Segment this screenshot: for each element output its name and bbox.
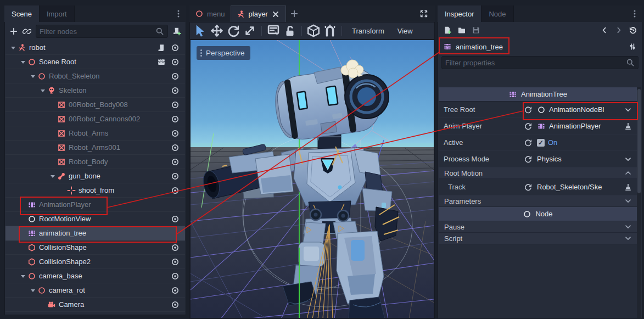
expand-arrow-icon[interactable] (48, 172, 57, 181)
tree-node-robot-arms001[interactable]: Robot_Arms001 (5, 141, 185, 155)
revert-icon[interactable] (524, 183, 533, 192)
visibility-eye-icon[interactable] (171, 72, 180, 81)
tree-node-skeleton[interactable]: Skeleton (5, 83, 185, 98)
tree-node-00robot-cannons002[interactable]: 00Robot_Cannons002 (5, 112, 185, 126)
visibility-eye-icon[interactable] (171, 115, 180, 124)
tree-node-camera-base[interactable]: camera_base (5, 269, 185, 283)
history-icon[interactable] (629, 26, 637, 35)
section-parameters[interactable]: Parameters (439, 195, 637, 207)
property-value[interactable]: Robot_Skeleton/Ske (537, 183, 632, 191)
expand-icon[interactable] (624, 197, 632, 205)
category-animationtree[interactable]: AnimationTree (439, 87, 637, 102)
tool-group-button[interactable] (306, 24, 321, 37)
inspector-scrollbar[interactable] (637, 87, 641, 318)
dock-menu-icon[interactable] (173, 5, 184, 22)
tool-select-button[interactable] (193, 24, 208, 37)
section-script[interactable]: Script (439, 233, 637, 244)
expand-arrow-icon[interactable] (19, 58, 27, 66)
visibility-eye-icon[interactable] (171, 172, 180, 181)
tree-node-robot-arms[interactable]: Robot_Arms (5, 126, 185, 141)
edit-value-icon[interactable] (624, 183, 632, 192)
close-icon[interactable] (271, 10, 280, 19)
section-pause[interactable]: Pause (439, 221, 637, 233)
new-resource-button[interactable] (443, 26, 452, 35)
scene-tab-menu[interactable]: menu (189, 5, 231, 22)
tool-scale-button[interactable] (243, 24, 257, 37)
tree-node-camera[interactable]: Camera (5, 298, 185, 312)
new-scene-tab-button[interactable] (286, 5, 303, 22)
section-root-motion[interactable]: Root Motion (439, 167, 637, 179)
checkbox[interactable]: ✓ (537, 139, 545, 147)
attach-script-button[interactable] (172, 27, 181, 36)
visibility-eye-icon[interactable] (171, 58, 180, 66)
property-value[interactable]: ✓On (537, 138, 632, 147)
expand-arrow-icon[interactable] (38, 86, 47, 95)
tab-import[interactable]: Import (40, 5, 75, 22)
tool-snap-button[interactable] (323, 24, 337, 37)
tool-list-select-button[interactable] (266, 24, 281, 37)
visibility-eye-icon[interactable] (171, 300, 180, 309)
tree-node-scene-root[interactable]: Scene Root (5, 55, 185, 69)
revert-icon[interactable] (524, 122, 533, 131)
visibility-eye-icon[interactable] (171, 100, 180, 109)
tab-node[interactable]: Node (481, 5, 513, 22)
visibility-eye-icon[interactable] (171, 129, 180, 138)
dock-menu-icon[interactable] (629, 5, 640, 22)
scene-tab-player[interactable]: player (231, 5, 286, 22)
menu-view[interactable]: View (392, 27, 418, 35)
revert-icon[interactable] (524, 138, 533, 147)
tree-node-robot-skeleton[interactable]: Robot_Skeleton (5, 69, 185, 83)
tree-node-collisionshape[interactable]: CollisionShape (5, 240, 185, 255)
tree-node-shoot-from[interactable]: shoot_from (5, 183, 185, 198)
property-value[interactable]: AnimationNodeBl (537, 105, 632, 114)
visibility-eye-icon[interactable] (171, 243, 180, 252)
tool-unlock-button[interactable] (283, 24, 297, 37)
visibility-eye-icon[interactable] (171, 272, 180, 281)
visibility-eye-icon[interactable] (171, 186, 180, 195)
expand-arrow-icon[interactable] (29, 286, 37, 295)
edit-value-icon[interactable] (624, 122, 632, 131)
3d-viewport[interactable]: Perspective (189, 40, 435, 319)
add-node-button[interactable] (9, 27, 18, 36)
visibility-eye-icon[interactable] (171, 86, 180, 95)
tree-node-robot-body[interactable]: Robot_Body (5, 155, 185, 169)
dropdown-icon[interactable] (624, 105, 632, 114)
clapper-badge-icon[interactable] (157, 58, 166, 66)
tree-node-00robot-body008[interactable]: 00Robot_Body008 (5, 98, 185, 112)
instance-scene-button[interactable] (23, 27, 31, 36)
save-resource-button[interactable] (472, 26, 480, 35)
tab-scene[interactable]: Scene (4, 5, 40, 22)
filter-properties-input[interactable]: Filter properties (441, 56, 639, 69)
tree-node-collisionshape2[interactable]: CollisionShape2 (5, 255, 185, 269)
object-tools-icon[interactable] (628, 42, 637, 51)
visibility-eye-icon[interactable] (171, 286, 180, 295)
expand-arrow-icon[interactable] (9, 43, 18, 52)
expand-arrow-icon[interactable] (19, 272, 27, 281)
category-node[interactable]: Node (439, 207, 637, 221)
revert-icon[interactable] (524, 155, 533, 164)
tree-node-robot[interactable]: robot (5, 41, 185, 55)
tree-node-gun-bone[interactable]: gun_bone (5, 169, 185, 183)
tool-rotate-button[interactable] (226, 24, 240, 37)
load-resource-button[interactable] (457, 26, 466, 35)
tab-inspector[interactable]: Inspector (438, 5, 481, 22)
property-value[interactable]: Physics (537, 155, 632, 163)
visibility-eye-icon[interactable] (171, 43, 180, 52)
dropdown-icon[interactable] (624, 155, 632, 164)
expand-viewport-icon[interactable] (417, 5, 430, 22)
script-badge-icon[interactable] (157, 43, 166, 52)
filter-nodes-input[interactable]: Filter nodes (36, 25, 168, 38)
visibility-eye-icon[interactable] (171, 143, 180, 152)
tree-node-rootmotionview[interactable]: RootMotionView (5, 212, 185, 226)
expand-icon[interactable] (624, 222, 632, 231)
visibility-eye-icon[interactable] (171, 258, 180, 266)
perspective-menu[interactable]: Perspective (197, 46, 250, 60)
history-back-icon[interactable] (600, 26, 609, 35)
tree-node-animationplayer[interactable]: AnimationPlayer (5, 198, 185, 212)
menu-transform[interactable]: Transform (346, 27, 390, 35)
visibility-eye-icon[interactable] (171, 158, 180, 166)
property-value[interactable]: AnimationPlayer (537, 122, 632, 131)
expand-icon[interactable] (624, 234, 632, 243)
visibility-eye-icon[interactable] (171, 215, 180, 223)
revert-icon[interactable] (524, 105, 533, 114)
